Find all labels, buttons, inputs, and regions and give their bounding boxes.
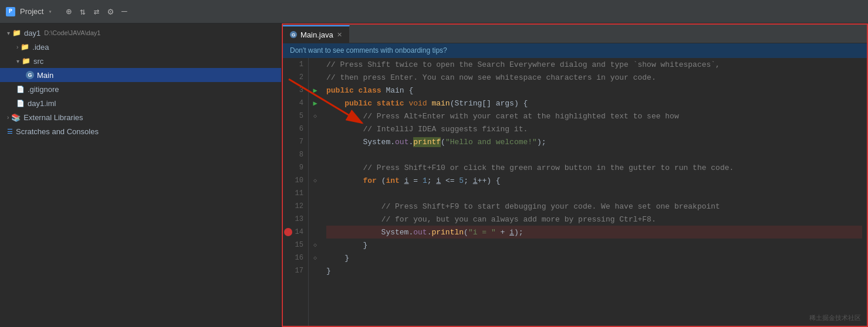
folder-icon: 📁 <box>12 29 21 37</box>
line-num-8: 8 <box>283 148 308 161</box>
code-line-10: for (int i = 1; i <= 5; i++) { <box>326 174 862 187</box>
chevron-down-icon: ▾ <box>7 30 10 36</box>
notification-text: Don't want to see comments with onboardi… <box>290 46 447 54</box>
run-icon-4[interactable]: ▶ <box>313 99 317 108</box>
minimize-icon[interactable]: — <box>121 6 127 17</box>
code-line-11 <box>326 187 862 200</box>
line-num-15: 15 <box>283 239 308 251</box>
project-name[interactable]: Project <box>20 7 43 16</box>
code-line-3: public class Main { <box>326 84 862 97</box>
code-line-12: // Press Shift+F9 to start debugging you… <box>326 200 862 213</box>
src-label: src <box>33 57 43 66</box>
gutter-row-8 <box>309 148 322 161</box>
line-num-12: 12 <box>283 200 308 213</box>
settings-icon[interactable]: ⚙ <box>107 6 113 18</box>
line-numbers: 1 2 3 4 5 6 7 8 9 10 11 12 13 14 15 16 1… <box>283 58 309 326</box>
line-num-1: 1 <box>283 58 308 71</box>
sidebar-item-day1[interactable]: ▾ 📁 day1 D:\Code\JAVA\day1 <box>0 26 281 40</box>
watermark: 稀土掘金技术社区 <box>809 314 861 322</box>
gutter-row-3: ▶ <box>309 84 322 97</box>
scratches-icon: ☰ <box>7 128 13 135</box>
project-icon: P <box>6 7 15 16</box>
run-icon-3[interactable]: ▶ <box>313 86 317 95</box>
project-dropdown-arrow[interactable]: ▾ <box>48 8 52 15</box>
src-chevron-icon: ▾ <box>16 58 19 64</box>
gutter-row-10: ◇ <box>309 174 322 187</box>
line-num-17: 17 <box>283 264 308 277</box>
tab-bar: G Main.java ✕ <box>283 25 867 43</box>
scratches-label: Scratches and Consoles <box>16 127 99 136</box>
code-line-16: } <box>326 251 862 264</box>
chevron-right-icon: › <box>16 44 18 50</box>
layout-icon2[interactable]: ⇄ <box>94 6 100 18</box>
code-line-4: public static void main(String[] args) { <box>326 97 862 110</box>
tab-label: Main.java <box>300 30 333 39</box>
ext-lib-icon: 📚 <box>11 113 21 122</box>
gutter-row-9 <box>309 161 322 174</box>
gutter-row-2 <box>309 71 322 84</box>
iml-label: day1.iml <box>28 99 56 108</box>
gutter-row-17 <box>309 264 322 277</box>
code-line-14: System.out.println("i = " + i); <box>326 226 862 239</box>
sidebar-item-src[interactable]: ▾ 📁 src <box>0 54 281 68</box>
day1-label: day1 <box>24 29 40 38</box>
main-layout: ▾ 📁 day1 D:\Code\JAVA\day1 › 📁 .idea ▾ 📁… <box>0 23 868 327</box>
code-line-2: // then press Enter. You can now see whi… <box>326 71 862 84</box>
line-num-10: 10 <box>283 174 308 187</box>
sidebar-item-scratches[interactable]: ☰ Scratches and Consoles <box>0 124 281 138</box>
ext-lib-chevron-icon: › <box>7 114 9 121</box>
editor-area: G Main.java ✕ Don't want to see comments… <box>282 23 868 327</box>
idea-folder-icon: 📁 <box>21 43 29 51</box>
tab-close-button[interactable]: ✕ <box>337 31 342 39</box>
line-num-5: 5 <box>283 110 308 122</box>
layout-icon1[interactable]: ⇅ <box>80 6 86 18</box>
ext-lib-label: External Libraries <box>23 113 83 122</box>
fold-icon-10: ◇ <box>313 177 317 184</box>
line-num-2: 2 <box>283 71 308 84</box>
gutter-icons: ▶ ▶ ◇ ◇ ◇ <box>309 58 322 326</box>
iml-icon: 📄 <box>16 100 25 107</box>
line-num-14: 14 <box>283 226 308 239</box>
line-num-11: 11 <box>283 187 308 200</box>
gutter-row-15: ◇ <box>309 239 322 251</box>
title-bar: P Project ▾ ⊕ ⇅ ⇄ ⚙ — <box>0 0 868 23</box>
breakpoint-indicator <box>284 228 292 236</box>
gutter-row-6 <box>309 122 322 135</box>
gitignore-icon: 📄 <box>16 86 25 93</box>
sidebar-item-iml[interactable]: 📄 day1.iml <box>0 96 281 110</box>
code-line-8 <box>326 148 862 161</box>
code-line-9: // Press Shift+F10 or click the green ar… <box>326 161 862 174</box>
code-line-7: System.out.printf("Hello and welcome!"); <box>326 135 862 148</box>
code-line-6: // IntelliJ IDEA suggests fixing it. <box>326 122 862 135</box>
sidebar-item-main[interactable]: G Main <box>0 68 281 82</box>
notification-bar: Don't want to see comments with onboardi… <box>283 43 867 58</box>
gutter-row-4: ▶ <box>309 97 322 110</box>
sidebar-item-gitignore[interactable]: 📄 .gitignore <box>0 82 281 96</box>
title-bar-left: P Project ▾ ⊕ ⇅ ⇄ ⚙ — <box>6 6 127 18</box>
code-editor[interactable]: 1 2 3 4 5 6 7 8 9 10 11 12 13 14 15 16 1… <box>283 58 867 326</box>
gutter-row-16: ◇ <box>309 251 322 264</box>
idea-label: .idea <box>32 43 49 52</box>
title-bar-icons: ⊕ ⇅ ⇄ ⚙ — <box>66 6 127 18</box>
sidebar-item-external-libraries[interactable]: › 📚 External Libraries <box>0 110 281 124</box>
gutter-row-12 <box>309 200 322 213</box>
gutter-row-11 <box>309 187 322 200</box>
gutter-row-5: ◇ <box>309 110 322 122</box>
add-icon[interactable]: ⊕ <box>66 6 72 18</box>
tab-main-java[interactable]: G Main.java ✕ <box>283 25 350 43</box>
gitignore-label: .gitignore <box>28 85 59 94</box>
line-num-13: 13 <box>283 213 308 226</box>
gutter-row-1 <box>309 58 322 71</box>
code-line-13: // for you, but you can always add more … <box>326 213 862 226</box>
line-num-16: 16 <box>283 251 308 264</box>
sidebar-item-idea[interactable]: › 📁 .idea <box>0 40 281 54</box>
sidebar: ▾ 📁 day1 D:\Code\JAVA\day1 › 📁 .idea ▾ 📁… <box>0 23 282 327</box>
fold-icon-5: ◇ <box>313 113 317 120</box>
line-num-7: 7 <box>283 135 308 148</box>
code-content[interactable]: // Press Shift twice to open the Search … <box>322 58 867 326</box>
gutter-row-14 <box>309 226 322 239</box>
line-num-6: 6 <box>283 122 308 135</box>
fold-icon-15: ◇ <box>313 241 317 248</box>
code-line-15: } <box>326 239 862 251</box>
code-line-5: // Press Alt+Enter with your caret at th… <box>326 110 862 122</box>
